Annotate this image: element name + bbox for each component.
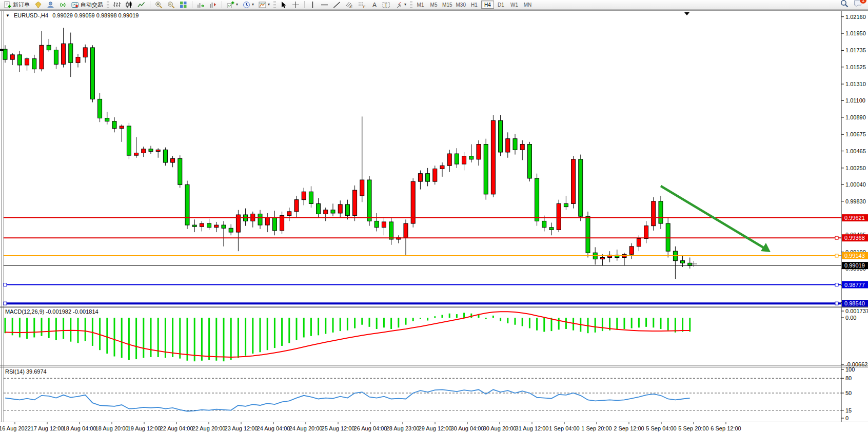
- templates-icon: [259, 1, 266, 9]
- auto-trading-icon: [71, 1, 79, 9]
- svg-text:0.99019: 0.99019: [844, 262, 865, 269]
- svg-text:0.001737: 0.001737: [845, 308, 868, 314]
- svg-text:31 Aug 12:00: 31 Aug 12:00: [516, 425, 549, 431]
- profile-icon: [47, 1, 54, 9]
- chart-header: ▼ EURUSD-,H4 0.99029 0.99059 0.98998 0.9…: [6, 12, 139, 18]
- svg-text:6 Sep 12:00: 6 Sep 12:00: [711, 425, 741, 431]
- price-badge-0.99143: 0.99143: [842, 252, 868, 259]
- clipped-candle-stub: [0, 49, 4, 51]
- svg-text:1.00675: 1.00675: [845, 131, 866, 137]
- crosshair-button[interactable]: [290, 1, 302, 9]
- timeframe-button-M5[interactable]: M5: [427, 1, 440, 9]
- new-order-label: 新订单: [13, 1, 30, 9]
- fibonacci-icon: F: [358, 1, 366, 9]
- auto-trading-button[interactable]: 自动交易: [69, 1, 105, 9]
- channel-icon: E: [345, 1, 353, 9]
- collapse-chevron-icon[interactable]: ▼: [6, 13, 10, 18]
- auto-trading-label: 自动交易: [81, 1, 103, 9]
- timeframe-button-H4[interactable]: H4: [481, 1, 494, 9]
- clock-icon: [243, 1, 250, 9]
- cursor-button[interactable]: [278, 1, 289, 9]
- vertical-line-icon: [309, 1, 316, 9]
- dropdown-caret-icon: ▾: [404, 3, 406, 7]
- cursor-arrow-icon: [280, 1, 287, 9]
- timeframe-button-M1[interactable]: M1: [414, 1, 427, 9]
- line-chart-button[interactable]: [135, 1, 147, 9]
- svg-text:17 Aug 12:00: 17 Aug 12:00: [31, 425, 64, 431]
- svg-text:1.02160: 1.02160: [845, 14, 866, 20]
- bar-chart-icon: [113, 1, 121, 9]
- market-watch-button[interactable]: [32, 1, 44, 9]
- timeframe-button-H1[interactable]: H1: [468, 1, 481, 9]
- bar-chart-button[interactable]: [111, 1, 123, 9]
- auto-scroll-button[interactable]: [195, 1, 207, 9]
- arrows-icon: [395, 1, 403, 9]
- notifications-button[interactable]: 1: [854, 0, 862, 10]
- signals-button[interactable]: [57, 1, 69, 9]
- new-order-button[interactable]: 新订单: [2, 1, 32, 9]
- trendline-button[interactable]: [331, 1, 343, 9]
- svg-text:100: 100: [845, 366, 855, 373]
- svg-text:1.01525: 1.01525: [845, 64, 866, 70]
- search-icon[interactable]: [840, 0, 849, 10]
- dropdown-caret-icon: ▾: [236, 3, 238, 7]
- timeframe-button-M15[interactable]: M15: [441, 1, 453, 9]
- horizontal-line-icon: [321, 1, 328, 9]
- svg-text:25 Aug 12:00: 25 Aug 12:00: [322, 425, 355, 431]
- periods-button[interactable]: ▾: [241, 1, 256, 9]
- svg-text:1.00250: 1.00250: [845, 165, 866, 171]
- svg-text:29 Aug 12:00: 29 Aug 12:00: [419, 425, 452, 431]
- price-badge-0.99368: 0.99368: [842, 234, 868, 241]
- svg-text:5 Sep 20:00: 5 Sep 20:00: [678, 425, 708, 431]
- horizontal-line-button[interactable]: [319, 1, 330, 9]
- vertical-line-button[interactable]: [307, 1, 318, 9]
- svg-text:1.01100: 1.01100: [845, 97, 865, 104]
- text-label-button[interactable]: T: [380, 1, 392, 9]
- trendline-icon: [333, 1, 341, 9]
- text-label-icon: T: [382, 1, 390, 9]
- indicators-button[interactable]: ▾: [225, 1, 240, 9]
- fibonacci-button[interactable]: F: [356, 1, 368, 9]
- equidistant-channel-button[interactable]: E: [343, 1, 356, 9]
- toolbar-separator: [304, 1, 305, 8]
- svg-text:0: 0: [845, 415, 849, 421]
- svg-text:18 Aug 04:00: 18 Aug 04:00: [63, 425, 96, 431]
- chart-shift-button[interactable]: [207, 1, 219, 9]
- svg-text:0.99830: 0.99830: [845, 198, 866, 204]
- svg-text:0.00: 0.00: [845, 315, 856, 321]
- templates-button[interactable]: ▾: [257, 1, 272, 9]
- svg-text:24 Aug 04:00: 24 Aug 04:00: [257, 425, 290, 431]
- gold-gem-icon: [34, 1, 42, 9]
- svg-text:0.98777: 0.98777: [844, 282, 865, 288]
- svg-text:15: 15: [845, 407, 852, 414]
- timeframe-button-W1[interactable]: W1: [508, 1, 521, 9]
- tile-windows-button[interactable]: [177, 1, 189, 9]
- candlestick-chart-button[interactable]: [123, 1, 135, 9]
- trading-platform-window: 新订单 自动交易: [0, 0, 868, 433]
- price-badge-0.99621: 0.99621: [842, 214, 868, 221]
- signal-icon: [59, 1, 67, 9]
- timeframe-button-MN[interactable]: MN: [521, 1, 534, 9]
- macd-label: MACD(12,26,9) -0.001982 -0.001814: [5, 308, 98, 315]
- svg-text:16 Aug 2022: 16 Aug 2022: [0, 425, 31, 431]
- chart-background: [0, 10, 868, 433]
- profile-button[interactable]: [45, 1, 56, 9]
- candlestick-chart-icon: [125, 1, 133, 9]
- timeframe-button-M30[interactable]: M30: [455, 1, 467, 9]
- text-icon: A: [371, 1, 378, 9]
- zoom-out-button[interactable]: [165, 1, 177, 9]
- svg-text:80: 80: [845, 375, 852, 381]
- svg-text:1.00040: 1.00040: [845, 181, 866, 188]
- zoom-out-icon: [167, 1, 175, 9]
- svg-text:2 Sep 12:00: 2 Sep 12:00: [614, 425, 644, 431]
- zoom-in-button[interactable]: [153, 1, 165, 9]
- svg-text:5 Sep 04:00: 5 Sep 04:00: [646, 425, 676, 431]
- svg-text:28 Aug 23:00: 28 Aug 23:00: [386, 425, 420, 431]
- svg-text:1 Sep 20:00: 1 Sep 20:00: [581, 425, 611, 431]
- timeframe-button-D1[interactable]: D1: [495, 1, 507, 9]
- arrows-button[interactable]: ▾: [393, 1, 408, 9]
- text-button[interactable]: A: [369, 1, 380, 9]
- toolbar-gripper: [273, 1, 276, 8]
- chart-canvas[interactable]: 1.021601.019501.017351.015251.013101.011…: [0, 10, 868, 433]
- indicators-icon: [227, 1, 234, 9]
